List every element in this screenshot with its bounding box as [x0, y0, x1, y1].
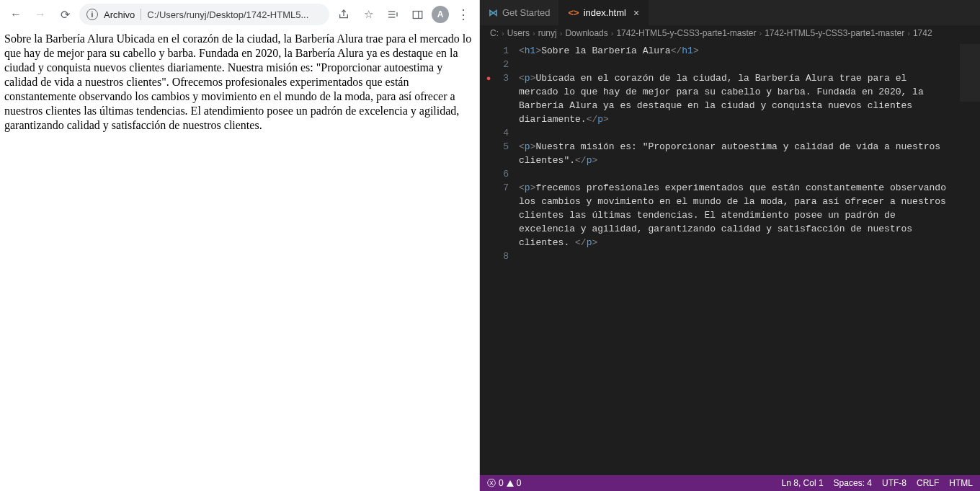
status-eol[interactable]: CRLF — [917, 478, 939, 488]
status-encoding[interactable]: UTF-8 — [882, 478, 906, 488]
breadcrumb-seg[interactable]: 1742-HTML5-y-CSS3-parte1-master — [765, 28, 904, 38]
line-number: 2 — [497, 58, 519, 71]
site-info-icon[interactable]: i — [86, 9, 98, 20]
omnibox-separator — [141, 9, 141, 20]
address-bar[interactable]: i Archivo C:/Users/runyj/Desktop/1742-HT… — [79, 4, 329, 25]
error-count: 0 — [499, 478, 504, 488]
breadcrumbs[interactable]: C:› Users› runyj› Downloads› 1742-HTML5-… — [480, 25, 980, 41]
omnibox-prefix: Archivo — [104, 9, 135, 20]
status-spaces[interactable]: Spaces: 4 — [834, 478, 872, 488]
line-number: 1 — [497, 44, 519, 58]
svg-rect-0 — [413, 11, 422, 18]
chevron-right-icon: › — [611, 29, 614, 37]
breadcrumb-seg[interactable]: Users — [507, 28, 530, 38]
status-language[interactable]: HTML — [949, 478, 973, 488]
line-number: 5 — [497, 140, 519, 154]
status-bar: ⓧ0 0 Ln 8, Col 1 Spaces: 4 UTF-8 CRLF HT… — [480, 475, 980, 491]
forward-button[interactable]: → — [30, 4, 50, 25]
status-cursor-pos[interactable]: Ln 8, Col 1 — [782, 478, 824, 488]
browser-pane: ← → ⟳ i Archivo C:/Users/runyj/Desktop/1… — [0, 0, 480, 491]
code-line[interactable]: <h1>Sobre la Barbería Alura</h1> — [519, 44, 980, 58]
chevron-right-icon: › — [502, 29, 504, 37]
tab-label: index.html — [584, 7, 626, 18]
omnibox-url: C:/Users/runyj/Desktop/1742-HTML5... — [147, 9, 322, 20]
chevron-right-icon: › — [533, 29, 535, 37]
breadcrumb-seg[interactable]: C: — [490, 28, 499, 38]
tab-get-started[interactable]: ⋈ Get Started — [480, 0, 559, 25]
chevron-right-icon: › — [759, 29, 762, 37]
html-file-icon: <> — [568, 7, 579, 18]
chevron-right-icon: › — [907, 29, 910, 37]
code-editor[interactable]: 1 <h1>Sobre la Barbería Alura</h1> 2 ●3 … — [480, 41, 980, 475]
line-number: 8 — [497, 249, 519, 263]
share-icon[interactable] — [334, 4, 354, 25]
tab-label: Get Started — [502, 7, 550, 18]
warning-count: 0 — [517, 478, 522, 488]
reading-list-icon[interactable] — [383, 4, 403, 25]
close-icon[interactable]: × — [633, 7, 639, 19]
chevron-right-icon: › — [560, 29, 563, 37]
reload-button[interactable]: ⟳ — [55, 4, 75, 25]
minimap[interactable] — [960, 44, 980, 102]
vscode-icon: ⋈ — [489, 7, 498, 18]
status-problems[interactable]: ⓧ0 0 — [487, 477, 521, 490]
breadcrumb-seg[interactable]: 1742 — [913, 28, 932, 38]
page-content: Sobre la Barbería Alura Ubicada en el co… — [0, 29, 479, 136]
bookmark-icon[interactable]: ☆ — [358, 4, 378, 25]
line-number: 7 — [497, 181, 519, 195]
breadcrumb-seg[interactable]: 1742-HTML5-y-CSS3-parte1-master — [616, 28, 756, 38]
line-number: 4 — [497, 126, 519, 140]
line-number: 6 — [497, 167, 519, 181]
breadcrumb-seg[interactable]: runyj — [538, 28, 557, 38]
vscode-pane: ⋈ Get Started <> index.html × C:› Users›… — [480, 0, 980, 491]
warning-icon — [507, 480, 514, 487]
editor-tabs: ⋈ Get Started <> index.html × — [480, 0, 980, 25]
breadcrumb-seg[interactable]: Downloads — [565, 28, 607, 38]
tab-index-html[interactable]: <> index.html × — [559, 0, 649, 25]
browser-menu-icon[interactable]: ⋮ — [453, 4, 473, 25]
code-line[interactable]: <p>Nuestra misión es: "Proporcionar auto… — [519, 140, 980, 167]
line-number: 3 — [497, 71, 519, 85]
error-icon: ⓧ — [487, 477, 496, 490]
breakpoint-icon[interactable]: ● — [486, 74, 491, 83]
back-button[interactable]: ← — [6, 4, 26, 25]
code-line[interactable]: <p>Ubicada en el corazón de la ciudad, l… — [519, 71, 980, 126]
side-panel-icon[interactable] — [407, 4, 427, 25]
browser-toolbar: ← → ⟳ i Archivo C:/Users/runyj/Desktop/1… — [0, 0, 479, 29]
profile-avatar[interactable]: A — [432, 6, 449, 23]
avatar-letter: A — [437, 9, 444, 19]
code-line[interactable]: <p>frecemos profesionales experimentados… — [519, 181, 980, 249]
